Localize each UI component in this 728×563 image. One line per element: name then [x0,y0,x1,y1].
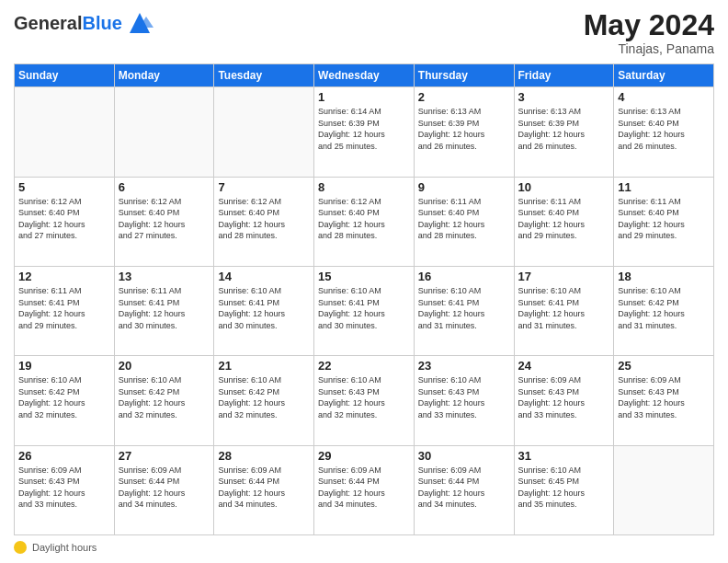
day-number: 5 [18,180,110,194]
calendar-day: 10Sunrise: 6:11 AM Sunset: 6:40 PM Dayli… [514,177,614,266]
calendar-day: 25Sunrise: 6:09 AM Sunset: 6:43 PM Dayli… [614,356,714,445]
calendar-day: 30Sunrise: 6:09 AM Sunset: 6:44 PM Dayli… [414,445,514,534]
calendar-day: 24Sunrise: 6:09 AM Sunset: 6:43 PM Dayli… [514,356,614,445]
day-number: 9 [418,180,510,194]
calendar-day: 17Sunrise: 6:10 AM Sunset: 6:41 PM Dayli… [514,266,614,355]
calendar-day: 26Sunrise: 6:09 AM Sunset: 6:43 PM Dayli… [15,445,115,534]
calendar-day: 2Sunrise: 6:13 AM Sunset: 6:39 PM Daylig… [414,87,514,177]
day-number: 12 [18,270,110,283]
day-number: 27 [119,449,210,463]
col-wednesday: Wednesday [314,64,415,87]
day-detail: Sunrise: 6:11 AM Sunset: 6:40 PM Dayligh… [518,196,610,242]
calendar-day: 14Sunrise: 6:10 AM Sunset: 6:41 PM Dayli… [214,266,314,355]
day-number: 25 [618,359,710,373]
day-detail: Sunrise: 6:09 AM Sunset: 6:44 PM Dayligh… [119,465,210,511]
day-detail: Sunrise: 6:09 AM Sunset: 6:43 PM Dayligh… [518,374,610,420]
calendar-day: 6Sunrise: 6:12 AM Sunset: 6:40 PM Daylig… [114,177,214,266]
day-number: 29 [318,449,410,463]
day-number: 4 [618,90,710,104]
day-detail: Sunrise: 6:10 AM Sunset: 6:42 PM Dayligh… [218,374,310,420]
calendar-header-row: Sunday Monday Tuesday Wednesday Thursday… [15,64,714,87]
calendar-table: Sunday Monday Tuesday Wednesday Thursday… [14,63,714,535]
day-detail: Sunrise: 6:13 AM Sunset: 6:39 PM Dayligh… [418,106,510,152]
day-detail: Sunrise: 6:09 AM Sunset: 6:44 PM Dayligh… [218,465,310,511]
logo: GeneralBlue [14,9,154,37]
day-detail: Sunrise: 6:11 AM Sunset: 6:41 PM Dayligh… [119,285,210,331]
day-detail: Sunrise: 6:10 AM Sunset: 6:42 PM Dayligh… [119,374,210,420]
logo-icon [126,9,154,37]
col-monday: Monday [114,64,214,87]
day-detail: Sunrise: 6:12 AM Sunset: 6:40 PM Dayligh… [218,196,310,242]
day-detail: Sunrise: 6:09 AM Sunset: 6:43 PM Dayligh… [618,374,710,420]
day-detail: Sunrise: 6:10 AM Sunset: 6:43 PM Dayligh… [418,374,510,420]
col-saturday: Saturday [614,64,714,87]
calendar-day: 12Sunrise: 6:11 AM Sunset: 6:41 PM Dayli… [15,266,115,355]
day-detail: Sunrise: 6:09 AM Sunset: 6:44 PM Dayligh… [318,465,410,511]
day-detail: Sunrise: 6:10 AM Sunset: 6:41 PM Dayligh… [318,285,410,331]
day-detail: Sunrise: 6:11 AM Sunset: 6:41 PM Dayligh… [18,285,110,331]
calendar-week-3: 12Sunrise: 6:11 AM Sunset: 6:41 PM Dayli… [15,266,714,355]
calendar-week-1: 1Sunrise: 6:14 AM Sunset: 6:39 PM Daylig… [15,87,714,177]
day-number: 28 [218,449,310,463]
day-detail: Sunrise: 6:13 AM Sunset: 6:39 PM Dayligh… [518,106,610,152]
day-number: 11 [618,180,710,194]
sun-icon [14,541,27,554]
day-number: 2 [418,90,510,104]
calendar-day: 9Sunrise: 6:11 AM Sunset: 6:40 PM Daylig… [414,177,514,266]
day-number: 23 [418,359,510,373]
calendar-day [15,87,115,177]
calendar-day: 23Sunrise: 6:10 AM Sunset: 6:43 PM Dayli… [414,356,514,445]
col-friday: Friday [514,64,614,87]
calendar-day: 18Sunrise: 6:10 AM Sunset: 6:42 PM Dayli… [614,266,714,355]
day-detail: Sunrise: 6:10 AM Sunset: 6:45 PM Dayligh… [518,465,610,511]
col-sunday: Sunday [15,64,115,87]
day-number: 7 [218,180,310,194]
calendar-day: 1Sunrise: 6:14 AM Sunset: 6:39 PM Daylig… [314,87,415,177]
col-thursday: Thursday [414,64,514,87]
day-number: 24 [518,359,610,373]
footer-label: Daylight hours [32,542,97,553]
day-number: 30 [418,449,510,463]
location: Tinajas, Panama [584,41,714,56]
day-detail: Sunrise: 6:10 AM Sunset: 6:41 PM Dayligh… [518,285,610,331]
page: GeneralBlue May 2024 Tinajas, Panama Sun… [0,0,728,563]
calendar-day: 5Sunrise: 6:12 AM Sunset: 6:40 PM Daylig… [15,177,115,266]
calendar-day: 7Sunrise: 6:12 AM Sunset: 6:40 PM Daylig… [214,177,314,266]
day-number: 13 [119,270,210,283]
day-number: 26 [18,449,110,463]
day-number: 8 [318,180,410,194]
calendar-day: 27Sunrise: 6:09 AM Sunset: 6:44 PM Dayli… [114,445,214,534]
day-detail: Sunrise: 6:10 AM Sunset: 6:43 PM Dayligh… [318,374,410,420]
day-number: 16 [418,270,510,283]
calendar-day [114,87,214,177]
title-block: May 2024 Tinajas, Panama [584,9,714,56]
day-number: 3 [518,90,610,104]
month-title: May 2024 [584,9,714,41]
day-number: 31 [518,449,610,463]
calendar-day: 19Sunrise: 6:10 AM Sunset: 6:42 PM Dayli… [15,356,115,445]
logo-general-text: General [14,13,82,33]
calendar-day: 28Sunrise: 6:09 AM Sunset: 6:44 PM Dayli… [214,445,314,534]
day-detail: Sunrise: 6:10 AM Sunset: 6:42 PM Dayligh… [18,374,110,420]
calendar-week-5: 26Sunrise: 6:09 AM Sunset: 6:43 PM Dayli… [15,445,714,534]
day-number: 15 [318,270,410,283]
day-number: 20 [119,359,210,373]
calendar-day: 16Sunrise: 6:10 AM Sunset: 6:41 PM Dayli… [414,266,514,355]
calendar-day: 21Sunrise: 6:10 AM Sunset: 6:42 PM Dayli… [214,356,314,445]
day-detail: Sunrise: 6:11 AM Sunset: 6:40 PM Dayligh… [418,196,510,242]
day-detail: Sunrise: 6:10 AM Sunset: 6:42 PM Dayligh… [618,285,710,331]
day-detail: Sunrise: 6:13 AM Sunset: 6:40 PM Dayligh… [618,106,710,152]
calendar-day: 29Sunrise: 6:09 AM Sunset: 6:44 PM Dayli… [314,445,415,534]
day-number: 14 [218,270,310,283]
calendar-day: 3Sunrise: 6:13 AM Sunset: 6:39 PM Daylig… [514,87,614,177]
calendar-day: 8Sunrise: 6:12 AM Sunset: 6:40 PM Daylig… [314,177,415,266]
day-detail: Sunrise: 6:12 AM Sunset: 6:40 PM Dayligh… [119,196,210,242]
day-detail: Sunrise: 6:09 AM Sunset: 6:43 PM Dayligh… [18,465,110,511]
calendar-day: 22Sunrise: 6:10 AM Sunset: 6:43 PM Dayli… [314,356,415,445]
calendar-day: 11Sunrise: 6:11 AM Sunset: 6:40 PM Dayli… [614,177,714,266]
day-detail: Sunrise: 6:11 AM Sunset: 6:40 PM Dayligh… [618,196,710,242]
logo-blue-text: Blue [82,13,121,33]
day-number: 10 [518,180,610,194]
day-number: 17 [518,270,610,283]
day-detail: Sunrise: 6:10 AM Sunset: 6:41 PM Dayligh… [218,285,310,331]
